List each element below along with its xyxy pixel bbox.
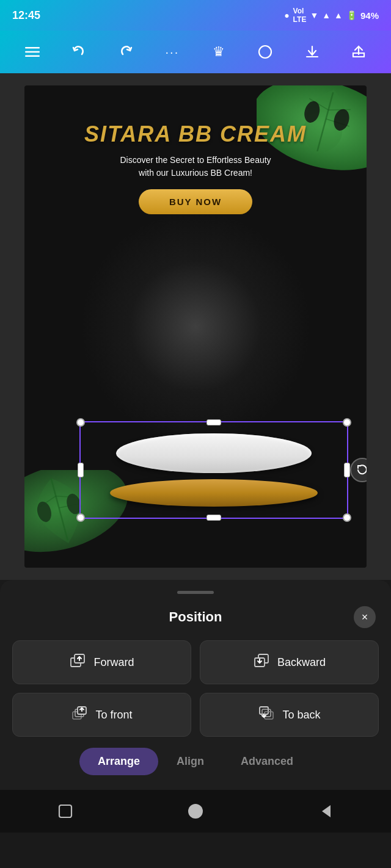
battery-text: 94% [360, 10, 379, 21]
panel-scroll-handle [177, 591, 214, 594]
to-back-button[interactable]: To back [200, 693, 379, 737]
volte-icon: VolLTE [293, 7, 307, 24]
toolbar: ··· ♛ [0, 31, 391, 73]
handle-bottom-left[interactable] [76, 513, 85, 522]
svg-point-29 [188, 804, 203, 819]
svg-point-3 [259, 46, 271, 58]
bb-cream-product [92, 427, 336, 513]
position-grid: Forward Backward [12, 640, 379, 737]
comment-button[interactable] [253, 40, 277, 64]
glow-effect [79, 211, 312, 443]
backward-label: Backward [277, 656, 326, 669]
tab-bar: Arrange Align Advanced [12, 745, 379, 778]
backward-icon [253, 652, 270, 673]
forward-icon [69, 652, 86, 673]
wifi-icon: ▼ [310, 10, 318, 20]
canvas-area: SITARA BB CREAM Discover the Secret to E… [0, 73, 391, 580]
svg-rect-1 [25, 51, 40, 53]
undo-button[interactable] [67, 40, 91, 64]
position-panel: Position × Forward [0, 580, 391, 790]
cream-base [110, 479, 318, 507]
svg-rect-0 [25, 47, 40, 49]
handle-top-mid[interactable] [206, 419, 221, 425]
nav-home-button[interactable] [187, 803, 204, 820]
panel-title-row: Position × [12, 600, 379, 640]
panel-title: Position [37, 609, 354, 625]
handle-right-mid[interactable] [344, 463, 350, 477]
svg-rect-25 [260, 707, 268, 714]
status-icons: ● VolLTE ▼ ▲ ▲ 🔋 94% [284, 7, 379, 24]
menu-button[interactable] [20, 40, 45, 64]
nav-square-button[interactable] [57, 803, 74, 820]
status-time: 12:45 [12, 9, 40, 22]
signal-bars-2: ▲ [334, 10, 343, 20]
download-button[interactable] [300, 40, 324, 64]
handle-left-mid[interactable] [78, 463, 84, 477]
cta-button[interactable]: BUY NOW [139, 189, 252, 214]
brand-subtitle: Discover the Secret to Effortless Beauty… [49, 154, 342, 179]
close-panel-button[interactable]: × [354, 606, 376, 628]
tab-align[interactable]: Align [158, 748, 222, 775]
cream-container [110, 433, 318, 507]
backward-button[interactable]: Backward [200, 640, 379, 684]
nav-back-button[interactable] [317, 803, 334, 820]
handle-bottom-mid[interactable] [206, 515, 221, 521]
handle-bottom-right[interactable] [343, 513, 351, 522]
signal-bars-1: ▲ [322, 10, 331, 20]
more-options-button[interactable]: ··· [160, 40, 185, 64]
rotate-button[interactable] [350, 458, 367, 482]
nav-bar [0, 790, 391, 833]
svg-rect-28 [59, 805, 71, 817]
redo-button[interactable] [114, 40, 138, 64]
svg-rect-2 [25, 56, 40, 57]
to-front-button[interactable]: To front [12, 693, 191, 737]
panel-handle-area [12, 580, 379, 600]
handle-top-right[interactable] [343, 418, 351, 427]
signal-dot: ● [284, 10, 289, 20]
to-back-icon [258, 704, 275, 725]
forward-label: Forward [93, 656, 134, 669]
svg-marker-30 [322, 805, 331, 817]
forward-button[interactable]: Forward [12, 640, 191, 684]
brand-title: SITARA BB CREAM [49, 122, 342, 146]
design-canvas[interactable]: SITARA BB CREAM Discover the Secret to E… [24, 85, 367, 568]
cream-lid [116, 433, 312, 473]
product-selection-container[interactable] [79, 421, 348, 519]
to-back-label: To back [282, 709, 320, 722]
tab-arrange[interactable]: Arrange [79, 748, 158, 775]
to-front-label: To front [95, 709, 132, 722]
to-front-icon [71, 704, 88, 725]
tab-advanced[interactable]: Advanced [222, 748, 312, 775]
status-bar: 12:45 ● VolLTE ▼ ▲ ▲ 🔋 94% [0, 0, 391, 31]
share-button[interactable] [346, 40, 371, 64]
canvas-text-content: SITARA BB CREAM Discover the Secret to E… [24, 122, 367, 214]
handle-top-left[interactable] [76, 418, 85, 427]
crown-button[interactable]: ♛ [206, 40, 231, 64]
battery-icon: 🔋 [346, 10, 357, 20]
